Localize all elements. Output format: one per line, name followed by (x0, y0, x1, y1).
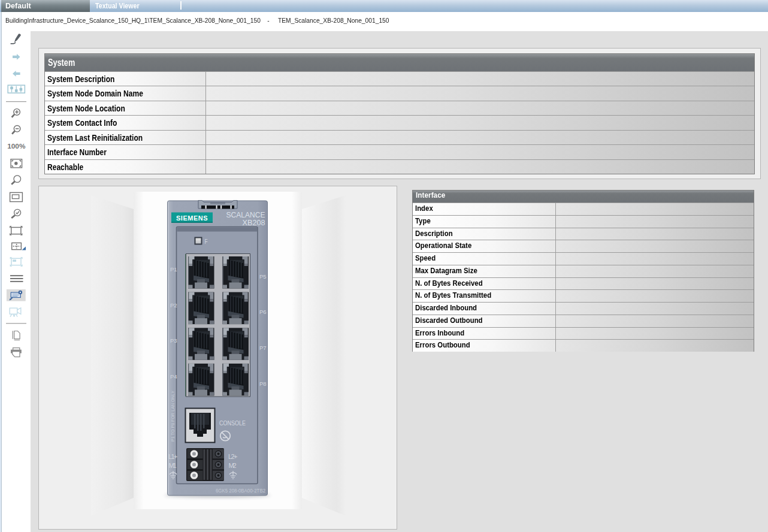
svg-text:XB208: XB208 (243, 219, 265, 227)
svg-text:P6: P6 (259, 309, 267, 315)
svg-text:100%: 100% (7, 142, 26, 150)
svg-text:L1+: L1+ (168, 453, 178, 460)
svg-text:P4: P4 (170, 373, 177, 380)
svg-text:SIEMENS: SIEMENS (176, 214, 208, 222)
svg-text:CONSOLE: CONSOLE (219, 419, 246, 427)
svg-text:P5: P5 (259, 273, 267, 280)
svg-text:6GK5 208-0BA00-2TB2: 6GK5 208-0BA00-2TB2 (216, 488, 265, 494)
svg-text:P7: P7 (259, 344, 267, 351)
svg-text:P8: P8 (259, 380, 267, 387)
svg-text:P1 TO P8 FOR LAN ONLY: P1 TO P8 FOR LAN ONLY (170, 390, 176, 442)
svg-text:F: F (205, 238, 208, 245)
svg-text:M1: M1 (169, 462, 177, 469)
svg-text:M2: M2 (229, 462, 237, 469)
svg-text:P3: P3 (170, 337, 177, 344)
svg-text:P1: P1 (170, 266, 177, 273)
svg-text:P2: P2 (170, 302, 177, 309)
svg-text:L2+: L2+ (228, 453, 238, 460)
